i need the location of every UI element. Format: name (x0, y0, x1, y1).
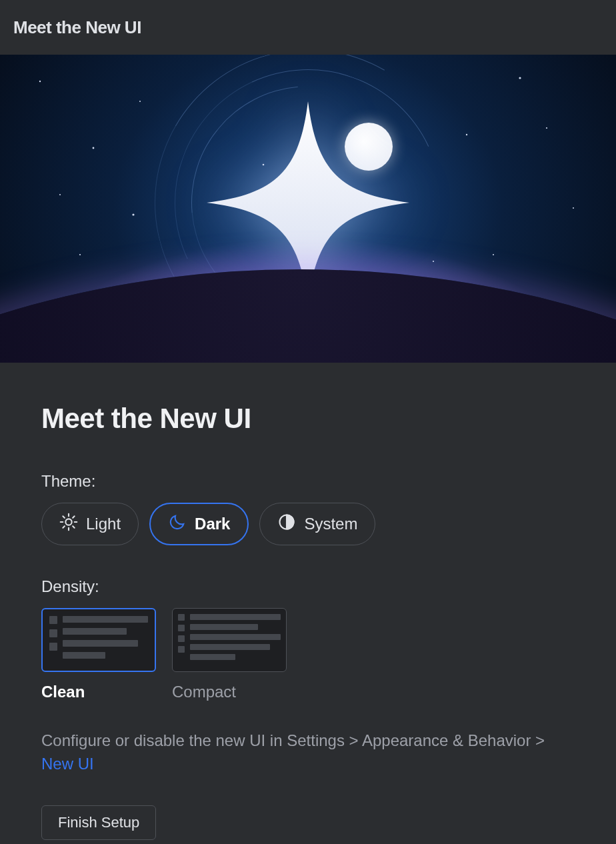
theme-options: Light Dark System (41, 503, 575, 545)
hero-illustration (0, 55, 616, 363)
theme-option-light[interactable]: Light (41, 503, 139, 545)
theme-option-label: Dark (195, 515, 230, 533)
theme-option-dark[interactable]: Dark (149, 503, 249, 545)
density-option-clean[interactable]: Clean (41, 608, 156, 701)
svg-line-19 (63, 516, 64, 517)
svg-point-4 (132, 213, 134, 215)
svg-point-3 (79, 254, 81, 255)
svg-point-9 (433, 261, 434, 262)
sun-icon (59, 513, 78, 535)
window-title: Meet the New UI (13, 17, 141, 38)
svg-point-14 (65, 519, 71, 525)
page-title: Meet the New UI (41, 403, 575, 435)
new-ui-settings-link[interactable]: New UI (41, 755, 94, 773)
density-option-compact[interactable]: Compact (172, 608, 287, 701)
hint-prefix: Configure or disable the new UI in (41, 731, 287, 749)
density-option-label: Clean (41, 683, 156, 701)
theme-option-system[interactable]: System (259, 503, 375, 545)
density-options: Clean Compact (41, 608, 575, 701)
svg-point-7 (573, 207, 574, 209)
theme-option-label: System (304, 515, 357, 533)
theme-label: Theme: (41, 472, 575, 491)
density-option-label: Compact (172, 683, 287, 701)
svg-point-12 (546, 127, 547, 129)
settings-hint: Configure or disable the new UI in Setti… (41, 729, 548, 776)
titlebar: Meet the New UI (0, 0, 616, 55)
svg-line-20 (73, 526, 74, 527)
theme-option-label: Light (86, 515, 121, 533)
svg-point-8 (466, 134, 467, 135)
density-preview-compact (172, 608, 287, 672)
svg-point-2 (139, 101, 141, 102)
content-panel: Meet the New UI Theme: Light (0, 363, 616, 844)
svg-point-1 (93, 147, 95, 149)
moon-icon (168, 513, 187, 535)
density-preview-clean (41, 608, 156, 672)
svg-point-6 (519, 77, 521, 79)
finish-setup-button[interactable]: Finish Setup (41, 805, 156, 840)
svg-point-10 (493, 254, 494, 255)
density-label: Density: (41, 577, 575, 596)
svg-point-0 (39, 81, 41, 82)
hint-path: Settings > Appearance & Behavior > (287, 731, 545, 749)
svg-line-22 (73, 516, 74, 517)
svg-point-13 (59, 194, 61, 195)
contrast-icon (277, 513, 296, 535)
svg-line-21 (63, 526, 64, 527)
